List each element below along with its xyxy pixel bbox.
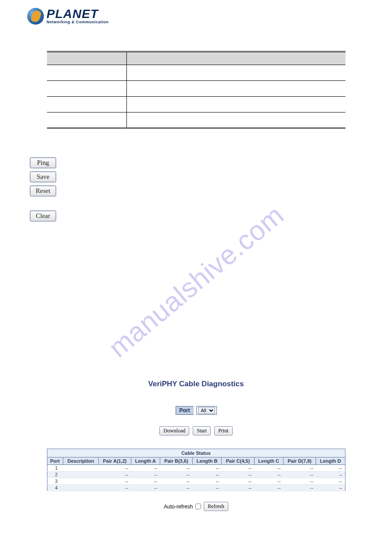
cell-value: --	[160, 465, 192, 472]
cell-value	[63, 465, 98, 472]
cell-value: --	[222, 472, 254, 478]
auto-refresh-checkbox[interactable]	[195, 504, 201, 509]
cell-value: --	[254, 465, 283, 472]
brand-logo: PLANET Networking & Communication	[27, 8, 392, 25]
cell-value: --	[192, 472, 221, 478]
th-pair-a: Pair A(1,2)	[99, 457, 131, 465]
table-row: 2----------------	[47, 472, 345, 478]
globe-icon	[27, 8, 44, 25]
cell-value: --	[222, 478, 254, 485]
spec-table	[47, 51, 345, 129]
auto-refresh-label: Auto-refresh	[164, 504, 193, 510]
download-button[interactable]: Download	[159, 426, 189, 435]
th-length-b: Length B	[192, 457, 221, 465]
cell-value: --	[222, 485, 254, 491]
cell-value: --	[316, 465, 345, 472]
start-button[interactable]: Start	[193, 426, 211, 435]
logo-title: PLANET	[47, 8, 109, 19]
cell-value	[63, 478, 98, 485]
port-label: Port	[176, 406, 194, 415]
refresh-row: Auto-refresh Refresh	[0, 502, 392, 511]
cell-value: --	[283, 485, 316, 491]
th-pair-d: Pair D(7,8)	[283, 457, 316, 465]
cell-value: --	[99, 485, 131, 491]
cell-value	[63, 472, 98, 478]
clear-button[interactable]: Clear	[30, 210, 56, 221]
table-row: 4----------------	[47, 485, 345, 491]
cable-status-table: Cable Status Port Description Pair A(1,2…	[47, 449, 345, 491]
cell-value: --	[131, 465, 160, 472]
th-pair-b: Pair B(3,6)	[160, 457, 192, 465]
save-button[interactable]: Save	[30, 171, 56, 182]
section-title: VeriPHY Cable Diagnostics	[0, 380, 392, 388]
cable-status-caption: Cable Status	[47, 449, 345, 457]
cell-value: --	[131, 485, 160, 491]
th-port: Port	[47, 457, 63, 465]
port-select[interactable]: All	[198, 407, 215, 414]
reset-button[interactable]: Reset	[30, 185, 56, 196]
cell-value: --	[316, 478, 345, 485]
th-length-a: Length A	[131, 457, 160, 465]
logo-area: PLANET Networking & Communication	[0, 0, 392, 25]
table-row: 1----------------	[47, 465, 345, 472]
cell-value: --	[254, 472, 283, 478]
cell-value	[63, 485, 98, 491]
cell-value: --	[283, 465, 316, 472]
cell-value: --	[99, 472, 131, 478]
cell-value: --	[160, 478, 192, 485]
cell-value: --	[160, 472, 192, 478]
cell-value: --	[131, 478, 160, 485]
cell-value: --	[254, 478, 283, 485]
port-select-wrap: All	[196, 406, 217, 415]
cell-value: --	[192, 478, 221, 485]
cell-value: --	[316, 472, 345, 478]
cell-value: --	[192, 465, 221, 472]
cell-value: --	[283, 472, 316, 478]
cell-port: 4	[47, 485, 63, 491]
table-header-row: Port Description Pair A(1,2) Length A Pa…	[47, 457, 345, 465]
cell-value: --	[131, 472, 160, 478]
cell-value: --	[99, 478, 131, 485]
ping-button[interactable]: Ping	[30, 157, 56, 168]
cell-value: --	[192, 485, 221, 491]
cell-port: 2	[47, 472, 63, 478]
watermark: manualshive.com	[102, 199, 290, 363]
th-length-c: Length C	[254, 457, 283, 465]
cell-value: --	[283, 478, 316, 485]
th-description: Description	[63, 457, 98, 465]
refresh-button[interactable]: Refresh	[204, 502, 228, 511]
cell-port: 3	[47, 478, 63, 485]
table-row: 3----------------	[47, 478, 345, 485]
cell-value: --	[222, 465, 254, 472]
th-pair-c: Pair C(4,5)	[222, 457, 254, 465]
cell-value: --	[254, 485, 283, 491]
cell-value: --	[316, 485, 345, 491]
port-selector-row: Port All	[0, 406, 392, 415]
cell-value: --	[99, 465, 131, 472]
cell-value: --	[160, 485, 192, 491]
th-length-d: Length D	[316, 457, 345, 465]
logo-subtitle: Networking & Communication	[47, 20, 109, 24]
cell-port: 1	[47, 465, 63, 472]
print-button[interactable]: Print	[214, 426, 232, 435]
